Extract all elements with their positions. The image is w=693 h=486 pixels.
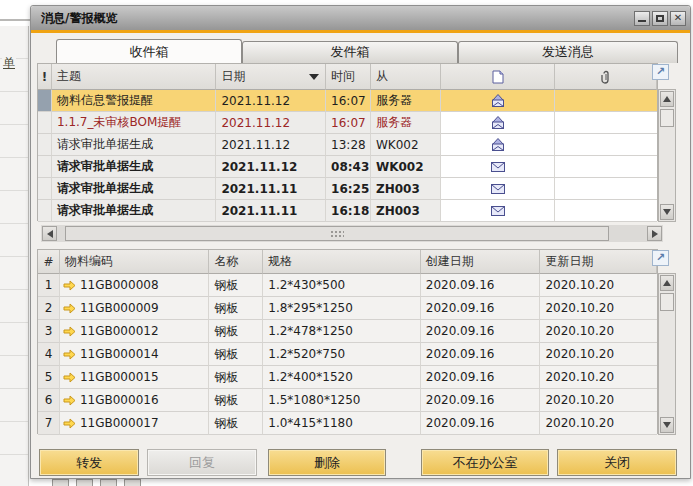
scroll-down-button[interactable]: [660, 204, 674, 220]
material-spec: 1.5*1080*1250: [263, 389, 420, 412]
attachment-column-header[interactable]: [555, 64, 657, 90]
forward-button[interactable]: 转发: [39, 449, 139, 476]
material-name: 钢板: [209, 366, 263, 389]
message-attachment-cell: [555, 178, 657, 200]
scrollbar-thumb[interactable]: [660, 293, 674, 311]
subject-column-header[interactable]: 主题: [52, 64, 216, 90]
material-name: 钢板: [209, 320, 263, 343]
time-column-header[interactable]: 时间: [326, 64, 371, 90]
message-status-cell[interactable]: [441, 134, 556, 156]
date-column-header[interactable]: 日期: [216, 64, 326, 90]
scrollbar-thumb[interactable]: [660, 109, 674, 127]
inbox-vertical-scrollbar[interactable]: [658, 89, 676, 222]
link-arrow-icon[interactable]: [63, 303, 76, 314]
material-row[interactable]: 5 11GB000015 钢板 1.2*400*1520 2020.09.16 …: [38, 366, 657, 389]
reply-button: 回复: [147, 449, 257, 476]
message-date: 2021.11.12: [216, 156, 326, 178]
link-arrow-icon[interactable]: [63, 349, 76, 360]
materials-vertical-scrollbar[interactable]: [658, 273, 676, 435]
created-date-column-header[interactable]: 创建日期: [421, 250, 541, 274]
material-row[interactable]: 2 11GB000009 钢板 1.8*295*1250 2020.09.16 …: [38, 297, 657, 320]
scrollbar-thumb[interactable]: [65, 226, 609, 241]
inbox-row[interactable]: 1.1.7_未审核BOM提醒 2021.11.12 16:07 服务器: [38, 112, 657, 134]
message-time: 13:28: [326, 134, 371, 156]
material-updated-date: 2020.10.20: [540, 366, 657, 389]
message-time: 16:07: [326, 112, 371, 134]
material-code: 11GB000017: [80, 416, 159, 430]
close-button[interactable]: 关闭: [557, 449, 677, 476]
name-column-header[interactable]: 名称: [209, 250, 263, 274]
material-name: 钢板: [209, 412, 263, 435]
out-of-office-button[interactable]: 不在办公室: [421, 449, 549, 476]
tab-inbox[interactable]: 收件箱: [56, 39, 242, 63]
row-selector[interactable]: [38, 90, 52, 112]
message-attachment-cell: [555, 134, 657, 156]
minimize-button[interactable]: [634, 11, 650, 26]
close-icon: ✕: [674, 13, 682, 23]
material-created-date: 2020.09.16: [421, 320, 541, 343]
row-selector[interactable]: [38, 156, 52, 178]
priority-column-header[interactable]: !: [38, 64, 52, 90]
message-status-cell[interactable]: [441, 200, 556, 222]
material-code-cell: 11GB000016: [60, 389, 210, 412]
close-window-button[interactable]: ✕: [670, 11, 686, 26]
message-status-cell[interactable]: [441, 156, 556, 178]
material-row[interactable]: 6 11GB000016 钢板 1.5*1080*1250 2020.09.16…: [38, 389, 657, 412]
document-column-header[interactable]: [441, 64, 556, 90]
arrow-down-icon: [663, 422, 671, 428]
open-mail-icon: [490, 93, 506, 108]
message-subject: 请求审批单据生成: [52, 200, 216, 222]
link-arrow-icon[interactable]: [63, 372, 76, 383]
material-row[interactable]: 7 11GB000017 钢板 1.0*415*1180 2020.09.16 …: [38, 412, 657, 435]
inbox-horizontal-scrollbar[interactable]: [41, 225, 663, 242]
material-spec: 1.2*400*1520: [263, 366, 420, 389]
from-column-header[interactable]: 从: [371, 64, 441, 90]
scroll-up-button[interactable]: [660, 275, 674, 291]
message-time: 16:07: [326, 90, 371, 112]
inbox-table: ! 主题 日期 时间 从 物料信息警报提醒 2021.11.12 16:07 服…: [37, 63, 658, 221]
row-number-column-header[interactable]: #: [38, 250, 60, 274]
delete-button[interactable]: 删除: [268, 449, 386, 476]
tab-send-message[interactable]: 发送消息: [458, 41, 678, 63]
inbox-row[interactable]: 请求审批单据生成 2021.11.11 16:18 ZH003: [38, 200, 657, 222]
row-selector[interactable]: [38, 200, 52, 222]
link-arrow-icon[interactable]: [63, 326, 76, 337]
scroll-up-button[interactable]: [660, 91, 674, 107]
link-arrow-icon[interactable]: [63, 280, 76, 291]
material-code-column-header[interactable]: 物料编码: [60, 250, 210, 274]
inbox-row[interactable]: 请求审批单据生成 2021.11.12 13:28 WK002: [38, 134, 657, 156]
row-selector[interactable]: [38, 134, 52, 156]
inbox-row[interactable]: 物料信息警报提醒 2021.11.12 16:07 服务器: [38, 90, 657, 112]
inbox-expand-icon[interactable]: ↗: [652, 64, 669, 80]
row-selector[interactable]: [38, 112, 52, 134]
open-mail-icon: [490, 137, 506, 152]
row-number: 7: [38, 412, 60, 435]
scroll-right-button[interactable]: [647, 226, 662, 241]
row-selector[interactable]: [38, 178, 52, 200]
message-status-cell[interactable]: [441, 178, 556, 200]
scroll-down-button[interactable]: [660, 417, 674, 433]
material-code: 11GB000009: [80, 301, 159, 315]
tab-outbox[interactable]: 发件箱: [242, 41, 458, 63]
scroll-left-button[interactable]: [42, 226, 57, 241]
link-arrow-icon[interactable]: [63, 418, 76, 429]
arrow-right-icon: [652, 230, 658, 238]
material-spec: 1.0*415*1180: [263, 412, 420, 435]
inbox-row[interactable]: 请求审批单据生成 2021.11.11 16:25 ZH003: [38, 178, 657, 200]
spec-column-header[interactable]: 规格: [263, 250, 420, 274]
message-status-cell[interactable]: [441, 112, 556, 134]
materials-expand-icon[interactable]: ↗: [652, 250, 669, 266]
material-row[interactable]: 1 11GB000008 钢板 1.2*430*500 2020.09.16 2…: [38, 274, 657, 297]
maximize-button[interactable]: [652, 11, 668, 26]
material-row[interactable]: 3 11GB000012 钢板 1.2*478*1250 2020.09.16 …: [38, 320, 657, 343]
material-row[interactable]: 4 11GB000014 钢板 1.2*520*750 2020.09.16 2…: [38, 343, 657, 366]
closed-mail-icon: [490, 183, 506, 195]
message-status-cell[interactable]: [441, 90, 556, 112]
inbox-header-row: ! 主题 日期 时间 从: [38, 64, 657, 90]
background-window-list: [0, 26, 29, 486]
link-arrow-icon[interactable]: [63, 395, 76, 406]
updated-date-column-header[interactable]: 更新日期: [540, 250, 657, 274]
inbox-row[interactable]: 请求审批单据生成 2021.11.12 08:43 WK002: [38, 156, 657, 178]
message-attachment-cell: [555, 156, 657, 178]
message-date: 2021.11.11: [216, 200, 326, 222]
